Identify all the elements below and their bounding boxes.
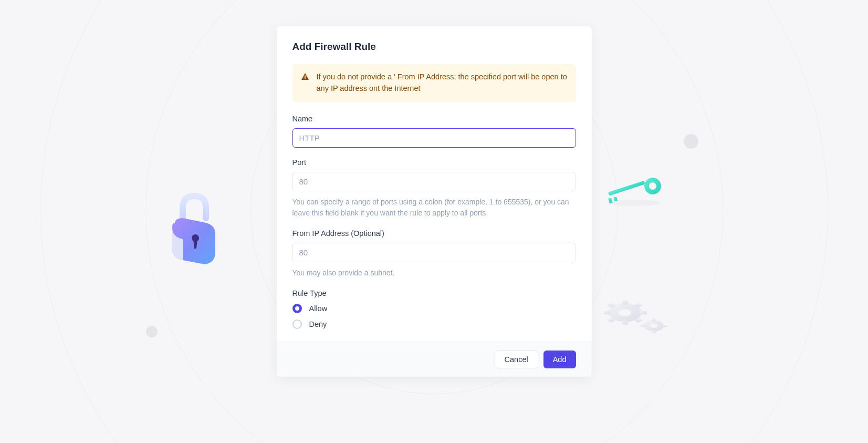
- svg-rect-18: [652, 318, 655, 321]
- svg-point-22: [650, 324, 657, 328]
- rule-type-group: Rule Type Allow Deny: [292, 289, 576, 329]
- from-ip-group: From IP Address (Optional) You may also …: [292, 229, 576, 279]
- bg-dot: [146, 326, 158, 337]
- from-ip-input[interactable]: [292, 243, 576, 262]
- svg-rect-4: [608, 181, 645, 196]
- port-help: You can specify a range of ports using a…: [292, 197, 576, 219]
- warning-icon: [301, 73, 309, 81]
- from-ip-label: From IP Address (Optional): [292, 229, 576, 238]
- port-input[interactable]: [292, 172, 576, 191]
- port-label: Port: [292, 158, 576, 167]
- radio-allow-label: Allow: [309, 304, 328, 313]
- svg-rect-20: [641, 325, 645, 327]
- svg-rect-19: [652, 331, 655, 333]
- radio-deny-label: Deny: [309, 320, 327, 328]
- rule-type-label: Rule Type: [292, 289, 576, 297]
- svg-point-3: [649, 182, 656, 190]
- modal-body: Add Firewall Rule If you do not provide …: [277, 26, 592, 342]
- lock-icon: [167, 192, 219, 271]
- gears-icon: [604, 294, 672, 342]
- radio-circle-icon: [292, 320, 302, 329]
- bg-dot: [684, 134, 698, 149]
- radio-allow[interactable]: Allow: [292, 304, 576, 313]
- svg-rect-11: [640, 311, 647, 315]
- modal-footer: Cancel Add: [277, 342, 592, 377]
- radio-deny[interactable]: Deny: [292, 320, 576, 329]
- svg-rect-9: [622, 321, 628, 325]
- name-group: Name: [292, 115, 576, 148]
- radio-circle-icon: [292, 304, 302, 313]
- name-label: Name: [292, 115, 576, 123]
- name-input[interactable]: [292, 128, 576, 148]
- svg-rect-23: [305, 76, 306, 78]
- modal-title: Add Firewall Rule: [292, 41, 576, 53]
- alert-text: If you do not provide a ' From IP Addres…: [317, 71, 568, 95]
- from-ip-help: You may also provide a subnet.: [292, 267, 576, 279]
- svg-rect-10: [604, 311, 610, 315]
- warning-alert: If you do not provide a ' From IP Addres…: [292, 64, 576, 102]
- svg-rect-8: [622, 301, 628, 305]
- svg-point-24: [305, 78, 306, 79]
- cancel-button[interactable]: Cancel: [495, 351, 538, 368]
- svg-point-16: [619, 309, 631, 316]
- add-button[interactable]: Add: [543, 351, 576, 368]
- port-group: Port You can specify a range of ports us…: [292, 158, 576, 219]
- add-firewall-rule-modal: Add Firewall Rule If you do not provide …: [277, 26, 592, 377]
- key-icon: [603, 177, 666, 208]
- rule-type-radios: Allow Deny: [292, 304, 576, 329]
- svg-rect-21: [663, 325, 667, 327]
